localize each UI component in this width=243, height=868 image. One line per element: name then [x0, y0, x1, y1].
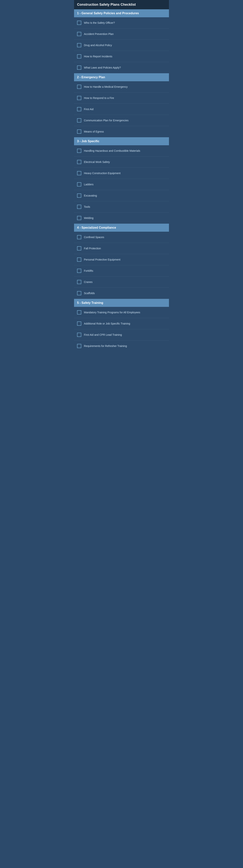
- checklist-checkbox[interactable]: [77, 107, 81, 111]
- item-label: Who Is the Safety Officer?: [84, 21, 115, 24]
- checklist-checkbox[interactable]: [77, 118, 81, 122]
- list-item: What Laws and Policies Apply?: [74, 62, 169, 73]
- list-item: Excavating: [74, 190, 169, 201]
- checklist-checkbox[interactable]: [77, 344, 81, 348]
- list-item: Ladders: [74, 179, 169, 190]
- checklist-checkbox[interactable]: [77, 235, 81, 239]
- list-item: Forklifts: [74, 265, 169, 277]
- list-item: Heavy Construction Equipment: [74, 168, 169, 179]
- list-item: Additional Role or Job Specific Training: [74, 318, 169, 329]
- section-header-1: 1 - General Safety Policies and Procedur…: [74, 9, 169, 17]
- item-label: Requirements for Refresher Training: [84, 344, 127, 347]
- section-header-3: 3 - Job Specific: [74, 137, 169, 145]
- list-item: Means of Egress: [74, 126, 169, 137]
- item-label: Personal Protective Equipment: [84, 258, 120, 261]
- list-item: Handling Hazardous and Combustible Mater…: [74, 145, 169, 156]
- item-label: How to Report Incidents: [84, 55, 112, 58]
- item-label: Additional Role or Job Specific Training: [84, 322, 130, 325]
- list-item: Confined Spaces: [74, 232, 169, 243]
- checklist-checkbox[interactable]: [77, 216, 81, 220]
- list-item: First Aid and CPR Lead Training: [74, 329, 169, 340]
- section-header-5: 5 - Safety Training: [74, 299, 169, 307]
- item-label: Electrical Work Safety: [84, 160, 110, 163]
- item-label: How to Handle a Medical Emergency: [84, 85, 128, 88]
- checklist-checkbox[interactable]: [77, 291, 81, 295]
- list-item: How to Handle a Medical Emergency: [74, 81, 169, 92]
- item-label: Cranes: [84, 280, 92, 283]
- checklist-checkbox[interactable]: [77, 182, 81, 186]
- list-item: First Aid: [74, 104, 169, 115]
- checklist-checkbox[interactable]: [77, 321, 81, 326]
- checklist-checkbox[interactable]: [77, 54, 81, 59]
- checklist-checkbox[interactable]: [77, 193, 81, 198]
- list-item: Mandatory Training Programs for All Empl…: [74, 307, 169, 318]
- list-item: Cranes: [74, 277, 169, 288]
- item-label: Handling Hazardous and Combustible Mater…: [84, 149, 140, 152]
- section-header-2: 2 - Emergency Plan: [74, 73, 169, 81]
- list-item: Fall Protection: [74, 243, 169, 254]
- checklist-checkbox[interactable]: [77, 149, 81, 153]
- checklist-checkbox[interactable]: [77, 280, 81, 284]
- checklist-checkbox[interactable]: [77, 205, 81, 209]
- item-label: Heavy Construction Equipment: [84, 172, 121, 175]
- item-label: How to Respond to a Fire: [84, 96, 114, 99]
- checklist-checkbox[interactable]: [77, 21, 81, 25]
- item-label: Welding: [84, 216, 93, 219]
- item-label: First Aid: [84, 108, 94, 111]
- item-label: Confined Spaces: [84, 236, 104, 239]
- checklist-checkbox[interactable]: [77, 43, 81, 47]
- item-label: Means of Egress: [84, 130, 104, 133]
- item-label: Fall Protection: [84, 247, 101, 250]
- page-title: Construction Safety Plans Checklist: [74, 0, 169, 9]
- list-item: Who Is the Safety Officer?: [74, 17, 169, 29]
- list-item: Drug and Alcohol Policy: [74, 40, 169, 51]
- item-label: Ladders: [84, 183, 94, 186]
- list-item: Welding: [74, 213, 169, 224]
- checklist-checkbox[interactable]: [77, 96, 81, 100]
- item-label: Tools: [84, 205, 90, 208]
- item-label: Mandatory Training Programs for All Empl…: [84, 311, 140, 314]
- item-label: Drug and Alcohol Policy: [84, 44, 112, 47]
- item-label: Forklifts: [84, 269, 93, 272]
- checklist-checkbox[interactable]: [77, 129, 81, 134]
- checklist-checkbox[interactable]: [77, 85, 81, 89]
- item-label: What Laws and Policies Apply?: [84, 66, 121, 69]
- checklist-checkbox[interactable]: [77, 246, 81, 250]
- checklist-checkbox[interactable]: [77, 160, 81, 164]
- list-item: Scaffolds: [74, 288, 169, 299]
- item-label: Scaffolds: [84, 292, 95, 295]
- list-item: Tools: [74, 201, 169, 213]
- checklist-checkbox[interactable]: [77, 310, 81, 314]
- item-label: First Aid and CPR Lead Training: [84, 333, 122, 336]
- checklist-checkbox[interactable]: [77, 269, 81, 273]
- checklist-checkbox[interactable]: [77, 333, 81, 337]
- item-label: Communication Plan for Emergencies: [84, 119, 128, 122]
- checklist-checkbox[interactable]: [77, 257, 81, 262]
- checklist-checkbox[interactable]: [77, 65, 81, 70]
- list-item: How to Report Incidents: [74, 51, 169, 62]
- list-item: Communication Plan for Emergencies: [74, 115, 169, 126]
- list-item: How to Respond to a Fire: [74, 92, 169, 104]
- checklist-checkbox[interactable]: [77, 32, 81, 36]
- item-label: Excavating: [84, 194, 97, 197]
- section-header-4: 4 - Specialized Compliance: [74, 224, 169, 232]
- checklist-checkbox[interactable]: [77, 171, 81, 175]
- item-label: Accident Prevention Plan: [84, 32, 114, 35]
- list-item: Personal Protective Equipment: [74, 254, 169, 265]
- list-item: Electrical Work Safety: [74, 156, 169, 168]
- list-item: Requirements for Refresher Training: [74, 340, 169, 351]
- list-item: Accident Prevention Plan: [74, 29, 169, 40]
